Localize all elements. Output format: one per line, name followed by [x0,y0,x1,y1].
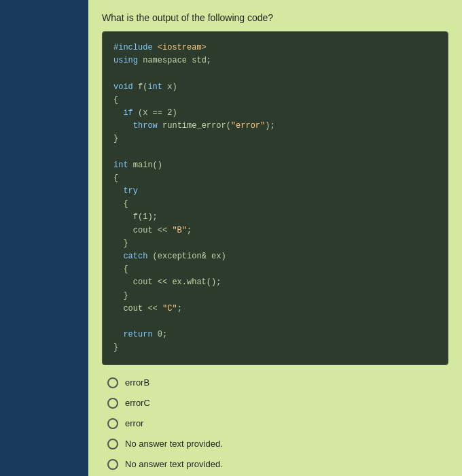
option-2[interactable]: errorC [107,398,448,409]
option-3[interactable]: error [107,418,448,429]
question-text: What is the output of the following code… [102,12,448,23]
code-line-12: try [113,185,437,198]
code-line-22 [113,316,437,328]
code-line-9 [113,146,437,159]
left-sidebar [0,0,88,476]
code-block: #include <iostream> using namespace std;… [102,31,448,365]
code-line-13: { [113,198,437,211]
code-line-15: cout << "B"; [113,224,437,237]
radio-2[interactable] [107,398,118,409]
code-line-18: { [113,263,437,276]
code-line-21: cout << "C"; [113,303,437,316]
option-label-4: No answer text provided. [125,439,223,449]
code-line-19: cout << ex.what(); [113,276,437,289]
radio-4[interactable] [107,439,118,449]
code-line-20: } [113,290,437,303]
radio-1[interactable] [107,377,118,388]
option-5[interactable]: No answer text provided. [107,459,448,470]
code-line-6: if (x == 2) [113,107,437,120]
options-section: errorB errorC error No answer text provi… [102,377,448,477]
code-line-8: } [113,133,437,146]
code-line-17: catch (exception& ex) [113,250,437,263]
code-line-7: throw runtime_error("error"); [113,120,437,133]
option-label-2: errorC [125,398,150,408]
option-4[interactable]: No answer text provided. [107,439,448,449]
code-line-14: f(1); [113,211,437,224]
code-line-3 [113,67,437,80]
code-line-23: return 0; [113,328,437,341]
option-label-1: errorB [125,377,149,388]
code-line-10: int main() [113,159,437,172]
code-line-5: { [113,94,437,107]
radio-5[interactable] [107,459,118,470]
code-line-24: } [113,341,437,354]
code-line-11: { [113,172,437,185]
code-line-16: } [113,237,437,250]
option-label-3: error [125,418,143,428]
option-1[interactable]: errorB [107,377,448,388]
code-line-2: using namespace std; [113,54,437,67]
code-line-1: #include <iostream> [113,41,437,54]
main-content: What is the output of the following code… [88,0,462,476]
option-label-5: No answer text provided. [125,459,223,469]
radio-3[interactable] [107,418,118,429]
code-line-4: void f(int x) [113,81,437,94]
